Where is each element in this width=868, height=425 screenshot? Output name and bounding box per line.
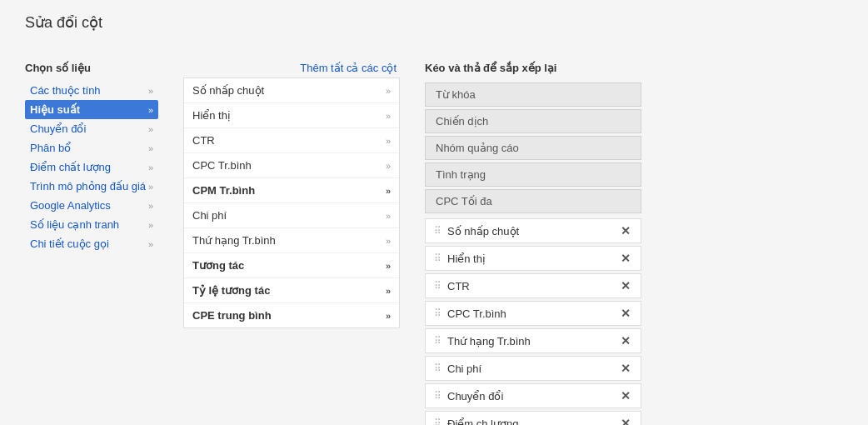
chevron-icon: » [148, 86, 153, 96]
arrow-icon: » [386, 161, 391, 171]
metric-item-clicks[interactable]: Số nhấp chuột» [184, 78, 399, 103]
draggable-item-d_conversion[interactable]: ⠿Chuyển đổi✕ [425, 383, 641, 408]
sidebar-item-analytics[interactable]: Google Analytics» [25, 196, 158, 215]
add-all-link[interactable]: Thêm tất cả các cột [183, 62, 400, 74]
arrow-icon: » [386, 186, 391, 196]
metric-item-cost[interactable]: Chi phí» [184, 203, 399, 228]
metric-label: Hiển thị [192, 109, 231, 122]
remove-button[interactable]: ✕ [619, 307, 632, 320]
draggable-item-d_avg_position[interactable]: ⠿Thứ hạng Tr.bình✕ [425, 328, 641, 353]
arrow-icon: » [386, 311, 391, 321]
chevron-icon: » [148, 162, 153, 172]
sidebar-item-label: Hiệu suất [30, 103, 80, 116]
sidebar-item-competitive[interactable]: Số liệu cạnh tranh» [25, 215, 158, 234]
left-panel: Chọn số liệu Các thuộc tính»Hiệu suất»Ch… [25, 62, 158, 425]
metric-label: Tỷ lệ tương tác [192, 284, 270, 297]
drag-handle-icon: ⠿ [434, 335, 441, 347]
sidebar-item-label: Trình mô phỏng đấu giá [30, 180, 146, 192]
fixed-column-status: Tình trạng [425, 162, 641, 187]
draggable-item-d_impressions[interactable]: ⠿Hiển thị✕ [425, 246, 641, 271]
drag-handle-icon: ⠿ [434, 390, 441, 402]
right-panel: Kéo và thả để sắp xếp lại Từ khóaChiến d… [425, 62, 843, 425]
draggable-columns-list: ⠿Số nhấp chuột✕⠿Hiển thị✕⠿CTR✕⠿CPC Tr.bì… [425, 218, 843, 425]
fixed-column-keyword: Từ khóa [425, 82, 641, 107]
metric-label: CPM Tr.bình [192, 184, 255, 197]
remove-button[interactable]: ✕ [619, 334, 632, 348]
sidebar-item-label: Các thuộc tính [30, 84, 101, 97]
sidebar-item-label: Chi tiết cuộc gọi [30, 238, 109, 250]
page-title: Sửa đổi cột [0, 0, 868, 32]
draggable-item-label: CTR [447, 280, 619, 292]
sidebar-item-conversion[interactable]: Chuyển đổi» [25, 119, 158, 138]
drag-handle-icon: ⠿ [434, 252, 441, 264]
metric-label: Số nhấp chuột [192, 84, 264, 97]
metric-item-engagement_rate[interactable]: Tỷ lệ tương tác» [184, 278, 399, 303]
left-section-label: Chọn số liệu [25, 62, 158, 74]
sidebar-item-distribution[interactable]: Phân bổ» [25, 138, 158, 158]
remove-button[interactable]: ✕ [619, 389, 632, 402]
chevron-icon: » [148, 105, 153, 115]
sidebar-item-label: Điểm chất lượng [30, 161, 111, 173]
fixed-column-adgroup: Nhóm quảng cáo [425, 136, 641, 160]
draggable-item-d_quality[interactable]: ⠿Điểm ch.lượng✕ [425, 411, 641, 425]
metric-item-cpc[interactable]: CPC Tr.bình» [184, 153, 399, 178]
metric-item-avg_position[interactable]: Thứ hạng Tr.bình» [184, 228, 399, 253]
draggable-item-label: Chi phí [447, 362, 619, 375]
chevron-icon: » [148, 182, 153, 192]
draggable-item-label: Thứ hạng Tr.bình [447, 335, 619, 348]
draggable-item-label: Chuyển đổi [447, 390, 619, 402]
metric-item-cpm[interactable]: CPM Tr.bình» [184, 178, 399, 203]
arrow-icon: » [386, 236, 391, 246]
remove-button[interactable]: ✕ [619, 279, 632, 292]
sidebar-item-simulation[interactable]: Trình mô phỏng đấu giá» [25, 177, 158, 196]
metric-label: Tương tác [192, 259, 244, 272]
draggable-item-d_ctr[interactable]: ⠿CTR✕ [425, 273, 641, 298]
arrow-icon: » [386, 111, 391, 121]
metric-label: Chi phí [192, 209, 227, 222]
drag-handle-icon: ⠿ [434, 418, 441, 425]
sidebar-item-attributes[interactable]: Các thuộc tính» [25, 81, 158, 100]
sidebar-item-label: Chuyển đổi [30, 122, 86, 135]
metric-item-ctr[interactable]: CTR» [184, 128, 399, 153]
chevron-icon: » [148, 239, 153, 249]
metric-item-impressions[interactable]: Hiển thị» [184, 103, 399, 128]
drag-handle-icon: ⠿ [434, 225, 441, 237]
draggable-item-d_cpc[interactable]: ⠿CPC Tr.bình✕ [425, 301, 641, 326]
chevron-icon: » [148, 143, 153, 153]
arrow-icon: » [386, 86, 391, 96]
metric-label: Thứ hạng Tr.bình [192, 234, 276, 247]
middle-panel: Thêm tất cả các cột Số nhấp chuột»Hiển t… [183, 62, 400, 425]
metric-item-engagement[interactable]: Tương tác» [184, 253, 399, 278]
fixed-columns-container: Từ khóaChiến dịchNhóm quảng cáoTình trạn… [425, 82, 843, 213]
chevron-icon: » [148, 201, 153, 211]
draggable-item-label: Số nhấp chuột [447, 225, 619, 238]
metrics-list: Số nhấp chuột»Hiển thị»CTR»CPC Tr.bình»C… [183, 78, 400, 328]
fixed-column-campaign: Chiến dịch [425, 109, 641, 133]
metric-label: CPE trung bình [192, 309, 272, 322]
draggable-item-label: CPC Tr.bình [447, 308, 619, 320]
chevron-icon: » [148, 220, 153, 230]
sidebar-item-label: Phân bổ [30, 142, 71, 154]
remove-button[interactable]: ✕ [619, 417, 632, 425]
arrow-icon: » [386, 136, 391, 146]
sidebar-item-call_detail[interactable]: Chi tiết cuộc gọi» [25, 234, 158, 253]
sidebar-item-quality[interactable]: Điểm chất lượng» [25, 158, 158, 177]
drag-handle-icon: ⠿ [434, 308, 441, 319]
arrow-icon: » [386, 211, 391, 221]
remove-button[interactable]: ✕ [619, 224, 632, 238]
sidebar-item-label: Số liệu cạnh tranh [30, 218, 119, 231]
draggable-item-d_cost[interactable]: ⠿Chi phí✕ [425, 356, 641, 381]
nav-list: Các thuộc tính»Hiệu suất»Chuyển đổi»Phân… [25, 81, 158, 253]
draggable-item-label: Hiển thị [447, 252, 619, 265]
arrow-icon: » [386, 261, 391, 271]
remove-button[interactable]: ✕ [619, 362, 632, 375]
drag-handle-icon: ⠿ [434, 280, 441, 292]
sidebar-item-performance[interactable]: Hiệu suất» [25, 100, 158, 119]
metric-label: CTR [192, 134, 215, 147]
arrow-icon: » [386, 286, 391, 296]
drag-handle-icon: ⠿ [434, 362, 441, 374]
draggable-item-d_clicks[interactable]: ⠿Số nhấp chuột✕ [425, 218, 641, 243]
draggable-item-label: Điểm ch.lượng [447, 418, 619, 426]
metric-item-cpe[interactable]: CPE trung bình» [184, 303, 399, 328]
remove-button[interactable]: ✕ [619, 252, 632, 265]
